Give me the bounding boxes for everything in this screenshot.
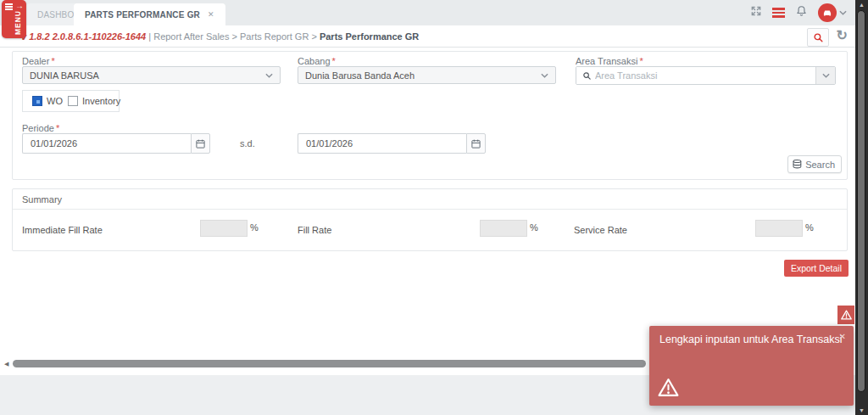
dealer-select[interactable]: DUNIA BARUSA bbox=[22, 66, 281, 84]
calendar-icon[interactable] bbox=[466, 133, 486, 154]
summary-header: Summary bbox=[13, 189, 847, 210]
chevron-down-icon bbox=[541, 73, 548, 78]
area-transaksi-dropdown-button[interactable] bbox=[815, 67, 835, 84]
horizontal-scrollbar-thumb[interactable] bbox=[13, 360, 646, 367]
search-button-label: Search bbox=[805, 160, 835, 170]
percent-sign: % bbox=[250, 222, 259, 233]
percent-sign: % bbox=[805, 222, 814, 233]
area-transaksi-input[interactable] bbox=[592, 67, 815, 84]
calendar-icon[interactable] bbox=[191, 133, 210, 154]
expand-icon[interactable] bbox=[750, 5, 762, 20]
dealer-value: DUNIA BARUSA bbox=[30, 70, 99, 81]
warning-triangle-icon bbox=[841, 310, 852, 320]
user-menu[interactable] bbox=[818, 3, 847, 22]
vertical-scrollbar-thumb[interactable] bbox=[857, 10, 865, 392]
chevron-down-icon bbox=[839, 10, 847, 15]
wo-checkbox[interactable] bbox=[32, 96, 42, 106]
search-icon bbox=[813, 32, 824, 43]
periode-label: Periode* bbox=[22, 123, 59, 133]
user-avatar bbox=[818, 3, 837, 22]
periode-from-input[interactable] bbox=[22, 133, 191, 154]
dealer-label: Dealer* bbox=[22, 56, 55, 66]
breadcrumb-sep: > bbox=[232, 31, 237, 42]
vertical-scrollbar: ▲ ▼ bbox=[855, 0, 868, 415]
breadcrumb: v 1.8.2 2.0.8.6.1-110226-1644 | Report A… bbox=[21, 31, 419, 42]
warning-badge[interactable] bbox=[837, 306, 854, 324]
scroll-up-arrow[interactable]: ▲ bbox=[855, 2, 868, 8]
area-transaksi-combo bbox=[576, 66, 836, 85]
chevron-down-icon bbox=[265, 73, 273, 78]
warning-triangle-icon bbox=[658, 378, 679, 401]
percent-sign: % bbox=[530, 222, 538, 233]
search-button[interactable]: Search bbox=[787, 155, 842, 173]
summary-panel: Summary Immediate Fill Rate % Fill Rate … bbox=[12, 188, 848, 251]
wo-checkbox-label: WO bbox=[47, 96, 63, 106]
cabang-value: Dunia Barusa Banda Aceh bbox=[305, 70, 415, 81]
scroll-left-arrow[interactable]: ◀ bbox=[4, 361, 8, 367]
global-search-button[interactable] bbox=[807, 28, 829, 47]
refresh-icon[interactable]: ↻ bbox=[837, 27, 848, 43]
breadcrumb-level2: Parts Report GR bbox=[240, 31, 309, 42]
menu-flap[interactable]: → MENU bbox=[2, 0, 26, 38]
service-rate-value bbox=[755, 220, 803, 237]
breadcrumb-sep: > bbox=[311, 31, 316, 42]
inventory-checkbox[interactable] bbox=[68, 96, 78, 106]
area-transaksi-label: Area Transaksi* bbox=[576, 56, 643, 66]
fill-rate-label: Fill Rate bbox=[298, 225, 331, 235]
tab-parts-performance-gr[interactable]: PARTS PERFORMANCE GR ✕ bbox=[74, 3, 225, 25]
periode-separator: s.d. bbox=[240, 138, 255, 149]
database-search-icon bbox=[792, 158, 804, 171]
breadcrumb-level1: Report After Sales bbox=[153, 31, 229, 42]
menu-arrow-icon: → bbox=[15, 1, 24, 10]
chevron-down-icon bbox=[822, 73, 830, 78]
tab-close-icon[interactable]: ✕ bbox=[208, 10, 214, 19]
inventory-checkbox-group[interactable]: Inventory bbox=[68, 96, 120, 106]
hamburger-icon[interactable] bbox=[772, 6, 785, 20]
car-icon bbox=[821, 7, 833, 19]
cabang-label: Cabang* bbox=[298, 56, 336, 66]
filter-panel: Dealer* DUNIA BARUSA Cabang* Dunia Barus… bbox=[12, 51, 848, 180]
export-detail-button[interactable]: Export Detail bbox=[784, 260, 849, 277]
bell-icon[interactable] bbox=[795, 4, 808, 21]
close-icon[interactable]: ✕ bbox=[839, 332, 846, 341]
service-rate-label: Service Rate bbox=[574, 225, 627, 235]
summary-row: Immediate Fill Rate % Fill Rate % Servic… bbox=[13, 210, 847, 250]
periode-to-group bbox=[298, 133, 486, 154]
summary-title: Summary bbox=[22, 194, 62, 205]
breadcrumb-divider: | bbox=[148, 31, 151, 42]
breadcrumb-bar: v 1.8.2 2.0.8.6.1-110226-1644 | Report A… bbox=[0, 25, 855, 48]
immediate-fill-rate-value bbox=[200, 220, 248, 237]
scroll-down-arrow[interactable]: ▼ bbox=[855, 407, 868, 413]
tab-active-label: PARTS PERFORMANCE GR bbox=[85, 10, 200, 20]
periode-to-input[interactable] bbox=[298, 133, 466, 154]
breadcrumb-current: Parts Performance GR bbox=[320, 31, 419, 42]
menu-label: MENU bbox=[14, 10, 22, 35]
wo-checkbox-group[interactable]: WO bbox=[32, 96, 63, 106]
inventory-checkbox-label: Inventory bbox=[82, 96, 120, 106]
type-checkbox-group: WO Inventory bbox=[22, 90, 120, 112]
top-tab-bar: DASHBOARD PARTS PERFORMANCE GR ✕ bbox=[0, 0, 855, 25]
immediate-fill-rate-label: Immediate Fill Rate bbox=[22, 225, 103, 235]
toast-notification: Lengkapi inputan untuk Area Transaksi ✕ bbox=[649, 326, 854, 406]
app-version: v 1.8.2 2.0.8.6.1-110226-1644 bbox=[21, 31, 146, 42]
toast-message: Lengkapi inputan untuk Area Transaksi bbox=[659, 334, 842, 345]
fill-rate-value bbox=[480, 220, 527, 237]
menu-burger-icon bbox=[5, 3, 13, 12]
search-icon bbox=[576, 67, 592, 84]
periode-from-group bbox=[22, 133, 210, 154]
cabang-select[interactable]: Dunia Barusa Banda Aceh bbox=[298, 66, 556, 84]
